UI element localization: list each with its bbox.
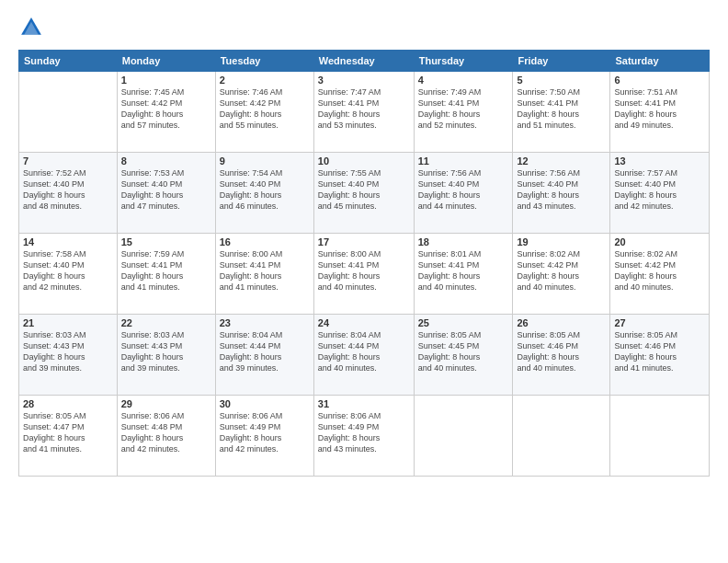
day-info: Sunrise: 7:52 AMSunset: 4:40 PMDaylight:… xyxy=(23,167,113,213)
day-number: 21 xyxy=(23,317,113,328)
day-info: Sunrise: 7:47 AMSunset: 4:41 PMDaylight:… xyxy=(318,86,410,132)
day-info: Sunrise: 8:06 AMSunset: 4:49 PMDaylight:… xyxy=(318,410,410,455)
calendar-week-row: 1Sunrise: 7:45 AMSunset: 4:42 PMDaylight… xyxy=(19,72,710,153)
calendar-cell: 1Sunrise: 7:45 AMSunset: 4:42 PMDaylight… xyxy=(117,72,215,153)
day-number: 13 xyxy=(614,155,705,167)
calendar-cell: 11Sunrise: 7:56 AMSunset: 4:40 PMDayligh… xyxy=(414,153,513,234)
header-row: SundayMondayTuesdayWednesdayThursdayFrid… xyxy=(19,51,710,72)
day-number: 15 xyxy=(121,236,211,247)
day-info: Sunrise: 7:49 AMSunset: 4:41 PMDaylight:… xyxy=(418,86,509,132)
day-number: 27 xyxy=(614,317,705,328)
calendar-cell: 19Sunrise: 8:02 AMSunset: 4:42 PMDayligh… xyxy=(513,234,610,315)
calendar-cell: 25Sunrise: 8:05 AMSunset: 4:45 PMDayligh… xyxy=(414,315,513,396)
day-number: 30 xyxy=(220,398,310,409)
day-number: 2 xyxy=(220,75,310,86)
calendar-cell: 12Sunrise: 7:56 AMSunset: 4:40 PMDayligh… xyxy=(513,153,610,234)
calendar-cell: 4Sunrise: 7:49 AMSunset: 4:41 PMDaylight… xyxy=(414,72,513,153)
calendar-cell: 9Sunrise: 7:54 AMSunset: 4:40 PMDaylight… xyxy=(215,153,313,234)
day-info: Sunrise: 7:56 AMSunset: 4:40 PMDaylight:… xyxy=(418,167,509,213)
day-number: 20 xyxy=(614,236,705,247)
day-info: Sunrise: 8:04 AMSunset: 4:44 PMDaylight:… xyxy=(318,329,410,374)
calendar-body: 1Sunrise: 7:45 AMSunset: 4:42 PMDaylight… xyxy=(19,72,710,477)
weekday-header: Thursday xyxy=(414,51,513,72)
day-info: Sunrise: 8:01 AMSunset: 4:41 PMDaylight:… xyxy=(418,248,509,293)
weekday-header: Tuesday xyxy=(215,51,313,72)
day-info: Sunrise: 7:59 AMSunset: 4:41 PMDaylight:… xyxy=(121,248,211,293)
calendar-cell: 15Sunrise: 7:59 AMSunset: 4:41 PMDayligh… xyxy=(117,234,215,315)
calendar-cell xyxy=(513,396,610,477)
calendar-cell: 20Sunrise: 8:02 AMSunset: 4:42 PMDayligh… xyxy=(610,234,710,315)
calendar-cell xyxy=(19,72,118,153)
calendar-cell: 28Sunrise: 8:05 AMSunset: 4:47 PMDayligh… xyxy=(19,396,118,477)
day-number: 29 xyxy=(121,398,211,409)
day-info: Sunrise: 8:05 AMSunset: 4:45 PMDaylight:… xyxy=(418,329,509,374)
calendar-cell: 17Sunrise: 8:00 AMSunset: 4:41 PMDayligh… xyxy=(313,234,414,315)
day-number: 17 xyxy=(318,236,410,247)
logo-icon xyxy=(18,15,44,40)
day-number: 19 xyxy=(517,236,606,247)
calendar-week-row: 28Sunrise: 8:05 AMSunset: 4:47 PMDayligh… xyxy=(19,396,710,477)
day-info: Sunrise: 7:58 AMSunset: 4:40 PMDaylight:… xyxy=(23,248,113,293)
day-info: Sunrise: 7:46 AMSunset: 4:42 PMDaylight:… xyxy=(220,86,310,132)
day-info: Sunrise: 7:54 AMSunset: 4:40 PMDaylight:… xyxy=(220,167,310,213)
day-number: 1 xyxy=(121,75,211,86)
calendar-table: SundayMondayTuesdayWednesdayThursdayFrid… xyxy=(18,50,710,477)
day-info: Sunrise: 8:04 AMSunset: 4:44 PMDaylight:… xyxy=(220,329,310,374)
weekday-header: Sunday xyxy=(19,51,118,72)
calendar-cell: 27Sunrise: 8:05 AMSunset: 4:46 PMDayligh… xyxy=(610,315,710,396)
calendar-cell: 22Sunrise: 8:03 AMSunset: 4:43 PMDayligh… xyxy=(117,315,215,396)
calendar-week-row: 21Sunrise: 8:03 AMSunset: 4:43 PMDayligh… xyxy=(19,315,710,396)
weekday-header: Saturday xyxy=(610,51,710,72)
calendar-cell xyxy=(610,396,710,477)
day-info: Sunrise: 8:05 AMSunset: 4:47 PMDaylight:… xyxy=(23,410,113,455)
day-number: 11 xyxy=(418,155,509,167)
day-number: 5 xyxy=(517,75,606,86)
calendar-week-row: 14Sunrise: 7:58 AMSunset: 4:40 PMDayligh… xyxy=(19,234,710,315)
calendar-cell: 29Sunrise: 8:06 AMSunset: 4:48 PMDayligh… xyxy=(117,396,215,477)
day-number: 28 xyxy=(23,398,113,409)
calendar-cell: 5Sunrise: 7:50 AMSunset: 4:41 PMDaylight… xyxy=(513,72,610,153)
day-number: 31 xyxy=(318,398,410,409)
day-info: Sunrise: 8:05 AMSunset: 4:46 PMDaylight:… xyxy=(517,329,606,374)
day-info: Sunrise: 8:00 AMSunset: 4:41 PMDaylight:… xyxy=(220,248,310,293)
calendar-week-row: 7Sunrise: 7:52 AMSunset: 4:40 PMDaylight… xyxy=(19,153,710,234)
day-info: Sunrise: 7:55 AMSunset: 4:40 PMDaylight:… xyxy=(318,167,410,213)
day-info: Sunrise: 8:06 AMSunset: 4:49 PMDaylight:… xyxy=(220,410,310,455)
day-number: 18 xyxy=(418,236,509,247)
day-info: Sunrise: 8:05 AMSunset: 4:46 PMDaylight:… xyxy=(614,329,705,374)
day-number: 22 xyxy=(121,317,211,328)
day-info: Sunrise: 8:02 AMSunset: 4:42 PMDaylight:… xyxy=(614,248,705,293)
day-info: Sunrise: 8:06 AMSunset: 4:48 PMDaylight:… xyxy=(121,410,211,455)
calendar-cell: 26Sunrise: 8:05 AMSunset: 4:46 PMDayligh… xyxy=(513,315,610,396)
calendar-cell: 16Sunrise: 8:00 AMSunset: 4:41 PMDayligh… xyxy=(215,234,313,315)
day-number: 24 xyxy=(318,317,410,328)
day-number: 4 xyxy=(418,75,509,86)
weekday-header: Friday xyxy=(513,51,610,72)
day-number: 25 xyxy=(418,317,509,328)
day-info: Sunrise: 7:45 AMSunset: 4:42 PMDaylight:… xyxy=(121,86,211,132)
day-number: 6 xyxy=(614,75,705,86)
day-number: 10 xyxy=(318,155,410,167)
calendar-cell: 3Sunrise: 7:47 AMSunset: 4:41 PMDaylight… xyxy=(313,72,414,153)
calendar-cell: 14Sunrise: 7:58 AMSunset: 4:40 PMDayligh… xyxy=(19,234,118,315)
page-header xyxy=(18,15,710,40)
calendar-cell: 24Sunrise: 8:04 AMSunset: 4:44 PMDayligh… xyxy=(313,315,414,396)
calendar-cell: 13Sunrise: 7:57 AMSunset: 4:40 PMDayligh… xyxy=(610,153,710,234)
weekday-header: Monday xyxy=(117,51,215,72)
day-number: 8 xyxy=(121,155,211,167)
day-info: Sunrise: 8:00 AMSunset: 4:41 PMDaylight:… xyxy=(318,248,410,293)
calendar-cell: 31Sunrise: 8:06 AMSunset: 4:49 PMDayligh… xyxy=(313,396,414,477)
logo xyxy=(18,15,48,40)
calendar-header: SundayMondayTuesdayWednesdayThursdayFrid… xyxy=(19,51,710,72)
calendar-cell: 2Sunrise: 7:46 AMSunset: 4:42 PMDaylight… xyxy=(215,72,313,153)
weekday-header: Wednesday xyxy=(313,51,414,72)
day-info: Sunrise: 8:02 AMSunset: 4:42 PMDaylight:… xyxy=(517,248,606,293)
calendar-cell: 7Sunrise: 7:52 AMSunset: 4:40 PMDaylight… xyxy=(19,153,118,234)
day-info: Sunrise: 7:56 AMSunset: 4:40 PMDaylight:… xyxy=(517,167,606,213)
day-number: 26 xyxy=(517,317,606,328)
calendar-cell: 23Sunrise: 8:04 AMSunset: 4:44 PMDayligh… xyxy=(215,315,313,396)
calendar-cell: 30Sunrise: 8:06 AMSunset: 4:49 PMDayligh… xyxy=(215,396,313,477)
day-number: 9 xyxy=(220,155,310,167)
day-number: 12 xyxy=(517,155,606,167)
day-info: Sunrise: 7:53 AMSunset: 4:40 PMDaylight:… xyxy=(121,167,211,213)
